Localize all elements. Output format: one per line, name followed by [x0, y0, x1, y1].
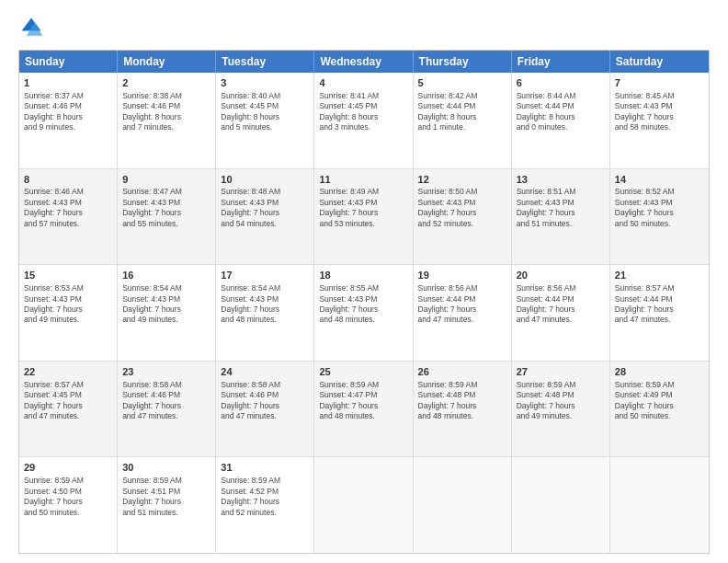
- day-number: 9: [122, 173, 210, 187]
- cell-info-line: and 51 minutes.: [122, 508, 210, 518]
- cell-info-line: Sunset: 4:43 PM: [418, 198, 506, 208]
- cell-info-line: Daylight: 8 hours: [221, 112, 309, 122]
- cell-info-line: Daylight: 7 hours: [615, 208, 704, 218]
- cell-info-line: and 3 minutes.: [319, 122, 407, 132]
- calendar-header-cell: Wednesday: [314, 51, 413, 73]
- calendar-cell: 11Sunrise: 8:49 AMSunset: 4:43 PMDayligh…: [314, 169, 413, 265]
- cell-info-line: and 1 minute.: [418, 122, 506, 132]
- cell-info-line: Daylight: 7 hours: [319, 208, 407, 218]
- cell-info-line: Sunset: 4:44 PM: [418, 101, 506, 111]
- cell-info-line: Sunset: 4:43 PM: [122, 198, 210, 208]
- calendar-body: 1Sunrise: 8:37 AMSunset: 4:46 PMDaylight…: [19, 73, 709, 553]
- day-number: 26: [418, 365, 506, 379]
- cell-info-line: Daylight: 8 hours: [122, 112, 210, 122]
- cell-info-line: and 48 minutes.: [221, 315, 309, 325]
- cell-info-line: Sunset: 4:44 PM: [615, 294, 704, 304]
- cell-info-line: Daylight: 7 hours: [615, 401, 704, 411]
- day-number: 11: [319, 173, 407, 187]
- cell-info-line: Sunset: 4:46 PM: [122, 101, 210, 111]
- day-number: 5: [418, 76, 506, 90]
- cell-info-line: and 5 minutes.: [221, 122, 309, 132]
- calendar-header-cell: Friday: [512, 51, 610, 73]
- day-number: 19: [418, 269, 506, 282]
- cell-info-line: Sunset: 4:45 PM: [24, 390, 112, 400]
- calendar-cell: 9Sunrise: 8:47 AMSunset: 4:43 PMDaylight…: [118, 169, 216, 265]
- cell-info-line: Sunrise: 8:54 AM: [122, 283, 210, 293]
- cell-info-line: Sunrise: 8:41 AM: [319, 91, 407, 101]
- calendar-cell: 20Sunrise: 8:56 AMSunset: 4:44 PMDayligh…: [512, 265, 610, 361]
- cell-info-line: and 50 minutes.: [24, 508, 112, 518]
- cell-info-line: Daylight: 8 hours: [517, 112, 605, 122]
- cell-info-line: Sunset: 4:44 PM: [517, 294, 605, 304]
- cell-info-line: Daylight: 7 hours: [319, 304, 407, 315]
- cell-info-line: Sunset: 4:45 PM: [221, 101, 309, 111]
- cell-info-line: and 47 minutes.: [615, 315, 704, 325]
- calendar-cell: [512, 457, 610, 553]
- cell-info-line: Sunset: 4:48 PM: [517, 390, 605, 400]
- cell-info-line: Sunrise: 8:47 AM: [122, 187, 210, 197]
- cell-info-line: Sunset: 4:51 PM: [122, 487, 210, 497]
- cell-info-line: Sunset: 4:43 PM: [24, 198, 112, 208]
- cell-info-line: Sunrise: 8:59 AM: [24, 476, 112, 486]
- cell-info-line: Sunrise: 8:59 AM: [615, 380, 704, 390]
- cell-info-line: Daylight: 7 hours: [122, 497, 210, 507]
- cell-info-line: and 55 minutes.: [122, 219, 210, 229]
- cell-info-line: Sunrise: 8:45 AM: [615, 91, 704, 101]
- calendar-cell: 2Sunrise: 8:38 AMSunset: 4:46 PMDaylight…: [118, 73, 216, 168]
- cell-info-line: Sunset: 4:43 PM: [24, 294, 112, 304]
- cell-info-line: and 0 minutes.: [517, 122, 605, 132]
- cell-info-line: Sunrise: 8:59 AM: [517, 380, 605, 390]
- calendar-cell: [414, 457, 512, 553]
- cell-info-line: Sunset: 4:43 PM: [319, 294, 407, 304]
- cell-info-line: Sunrise: 8:38 AM: [122, 91, 210, 101]
- cell-info-line: Sunset: 4:52 PM: [221, 487, 309, 497]
- cell-info-line: Sunset: 4:43 PM: [221, 198, 309, 208]
- day-number: 29: [24, 461, 112, 475]
- calendar-header-cell: Tuesday: [216, 51, 314, 73]
- cell-info-line: Sunset: 4:50 PM: [24, 487, 112, 497]
- calendar-cell: 8Sunrise: 8:46 AMSunset: 4:43 PMDaylight…: [19, 169, 118, 265]
- cell-info-line: Sunrise: 8:55 AM: [319, 283, 407, 293]
- cell-info-line: Daylight: 7 hours: [221, 497, 309, 507]
- calendar-header-cell: Monday: [118, 51, 216, 73]
- cell-info-line: and 48 minutes.: [319, 411, 407, 421]
- cell-info-line: Sunset: 4:43 PM: [319, 198, 407, 208]
- day-number: 6: [517, 76, 605, 90]
- day-number: 12: [418, 173, 506, 187]
- cell-info-line: Sunrise: 8:59 AM: [319, 380, 407, 390]
- cell-info-line: Sunrise: 8:53 AM: [24, 283, 112, 293]
- calendar-cell: 5Sunrise: 8:42 AMSunset: 4:44 PMDaylight…: [414, 73, 512, 168]
- cell-info-line: Sunrise: 8:37 AM: [24, 91, 112, 101]
- calendar-cell: 10Sunrise: 8:48 AMSunset: 4:43 PMDayligh…: [216, 169, 314, 265]
- cell-info-line: and 57 minutes.: [24, 219, 112, 229]
- day-number: 7: [615, 76, 704, 90]
- cell-info-line: and 47 minutes.: [24, 411, 112, 421]
- cell-info-line: and 47 minutes.: [418, 315, 506, 325]
- day-number: 8: [24, 173, 112, 187]
- cell-info-line: and 48 minutes.: [418, 411, 506, 421]
- cell-info-line: Daylight: 7 hours: [24, 208, 112, 218]
- cell-info-line: and 50 minutes.: [615, 219, 704, 229]
- cell-info-line: and 9 minutes.: [24, 122, 112, 132]
- day-number: 14: [615, 173, 704, 187]
- cell-info-line: Sunset: 4:43 PM: [615, 198, 704, 208]
- cell-info-line: Daylight: 7 hours: [418, 304, 506, 315]
- cell-info-line: and 48 minutes.: [319, 315, 407, 325]
- calendar-cell: 6Sunrise: 8:44 AMSunset: 4:44 PMDaylight…: [512, 73, 610, 168]
- day-number: 15: [24, 269, 112, 282]
- calendar-row: 29Sunrise: 8:59 AMSunset: 4:50 PMDayligh…: [19, 456, 709, 553]
- cell-info-line: and 47 minutes.: [517, 315, 605, 325]
- cell-info-line: Daylight: 7 hours: [221, 304, 309, 315]
- calendar-header-cell: Thursday: [414, 51, 512, 73]
- cell-info-line: Daylight: 7 hours: [122, 401, 210, 411]
- cell-info-line: Daylight: 7 hours: [517, 304, 605, 315]
- calendar-cell: 7Sunrise: 8:45 AMSunset: 4:43 PMDaylight…: [610, 73, 709, 168]
- cell-info-line: Sunset: 4:44 PM: [517, 101, 605, 111]
- cell-info-line: Sunrise: 8:44 AM: [517, 91, 605, 101]
- cell-info-line: and 47 minutes.: [122, 411, 210, 421]
- day-number: 20: [517, 269, 605, 282]
- day-number: 4: [319, 76, 407, 90]
- cell-info-line: Sunrise: 8:56 AM: [517, 283, 605, 293]
- cell-info-line: Daylight: 7 hours: [122, 208, 210, 218]
- cell-info-line: Sunrise: 8:59 AM: [418, 380, 506, 390]
